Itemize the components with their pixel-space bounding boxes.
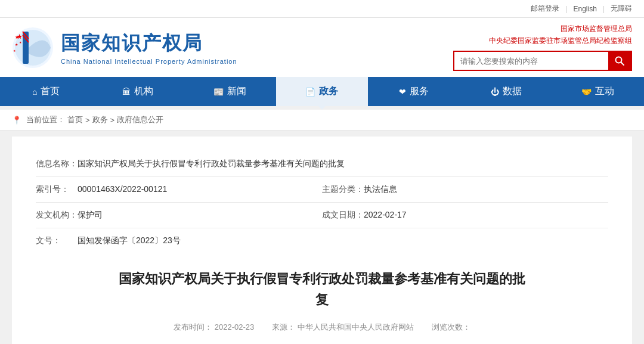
info-org-value: 保护司 <box>78 210 103 221</box>
source-label: 来源： <box>272 323 295 331</box>
info-date-label: 成文日期： <box>322 210 364 221</box>
article-title-line1: 国家知识产权局关于执行假冒专利行政处罚裁量参考基准有关问题的批 <box>36 268 608 289</box>
search-button[interactable] <box>608 52 631 70</box>
nav-label-data: 数据 <box>503 85 522 98</box>
nav-item-service[interactable]: ❤ 服务 <box>368 77 460 106</box>
breadcrumb-info-public[interactable]: 政府信息公开 <box>117 114 163 125</box>
top-bar: 邮箱登录 | English | 无障碍 <box>0 0 644 18</box>
svg-line-11 <box>621 63 624 66</box>
breadcrumb-sep2: > <box>110 116 115 125</box>
header-right: 国家市场监督管理总局 中央纪委国家监委驻市场监管总局纪检监察组 <box>249 24 632 71</box>
nav-label-home: 首页 <box>41 85 60 98</box>
svg-text:★: ★ <box>15 35 19 40</box>
info-name-row: 信息名称： 国家知识产权局关于执行假冒专利行政处罚裁量参考基准有关问题的批复 <box>36 154 608 173</box>
nav-label-gov: 政务 <box>319 85 338 98</box>
info-index-value: 00001463X/2022-00121 <box>78 184 167 194</box>
gov-link2[interactable]: 中央纪委国家监委驻市场监管总局纪检监察组 <box>489 36 632 46</box>
search-input[interactable] <box>454 53 608 69</box>
source-value: 中华人民共和国中央人民政府网站 <box>298 323 414 331</box>
info-date-col: 成文日期： 2022-02-17 <box>322 206 608 225</box>
info-divider2 <box>36 202 608 203</box>
logo-text: 国家知识产权局 China National Intellectual Prop… <box>61 30 237 65</box>
info-index-col: 索引号： 00001463X/2022-00121 <box>36 180 322 199</box>
info-name-label: 信息名称： <box>36 159 78 169</box>
info-docnum-row: 文号： 国知发保函字〔2022〕23号 <box>36 231 608 250</box>
info-docnum-col: 文号： 国知发保函字〔2022〕23号 <box>36 231 608 250</box>
info-divider1 <box>36 176 608 177</box>
divider2: | <box>603 5 605 13</box>
news-icon: 📰 <box>213 87 224 97</box>
info-topic-label: 主题分类： <box>322 184 364 195</box>
header-links: 国家市场监督管理总局 中央纪委国家监委驻市场监管总局纪检监察组 <box>489 24 632 46</box>
nav-item-org[interactable]: 🏛 机构 <box>92 77 184 106</box>
info-index-label: 索引号： <box>36 184 78 195</box>
accessibility-link[interactable]: 无障碍 <box>611 4 632 14</box>
info-name-col: 信息名称： 国家知识产权局关于执行假冒专利行政处罚裁量参考基准有关问题的批复 <box>36 154 608 173</box>
info-org-col: 发文机构： 保护司 <box>36 206 322 225</box>
nav-label-org: 机构 <box>134 85 153 98</box>
breadcrumb-home[interactable]: 首页 <box>67 114 83 125</box>
top-bar-links: 邮箱登录 | English | 无障碍 <box>531 4 632 14</box>
divider1: | <box>565 5 567 13</box>
logo-cn-name[interactable]: 国家知识产权局 <box>61 30 237 57</box>
info-topic-value: 执法信息 <box>364 184 397 195</box>
info-divider3 <box>36 228 608 228</box>
nav-label-service: 服务 <box>410 85 429 98</box>
nav-item-news[interactable]: 📰 新闻 <box>184 77 276 106</box>
views-label: 浏览次数： <box>432 323 470 331</box>
svg-text:★: ★ <box>15 43 18 47</box>
main-content: 信息名称： 国家知识产权局关于执行假冒专利行政处罚裁量参考基准有关问题的批复 索… <box>12 137 632 344</box>
gov-icon: 📄 <box>305 87 315 97</box>
pub-date-value: 2022-02-23 <box>215 323 255 331</box>
views-section: 浏览次数： <box>432 322 470 333</box>
info-index-topic-row: 索引号： 00001463X/2022-00121 主题分类： 执法信息 <box>36 180 608 199</box>
article-title-line2: 复 <box>36 289 608 310</box>
doc-info-section: 信息名称： 国家知识产权局关于执行假冒专利行政处罚裁量参考基准有关问题的批复 索… <box>36 154 608 250</box>
article-title: 国家知识产权局关于执行假冒专利行政处罚裁量参考基准有关问题的批 复 <box>36 262 608 316</box>
info-org-label: 发文机构： <box>36 210 78 221</box>
english-link[interactable]: English <box>574 5 597 13</box>
source-section: 来源： 中华人民共和国中央人民政府网站 <box>272 322 414 333</box>
nav-item-home[interactable]: ⌂ 首页 <box>0 77 92 106</box>
location-icon: 📍 <box>12 116 21 125</box>
breadcrumb: 📍 当前位置： 首页 > 政务 > 政府信息公开 <box>0 110 644 131</box>
info-org-date-row: 发文机构： 保护司 成文日期： 2022-02-17 <box>36 206 608 225</box>
main-nav: ⌂ 首页 🏛 机构 📰 新闻 📄 政务 ❤ 服务 ⏻ 数据 🤝 互动 <box>0 77 644 106</box>
info-topic-col: 主题分类： 执法信息 <box>322 180 608 199</box>
gov-link1[interactable]: 国家市场监督管理总局 <box>561 24 632 34</box>
logo-area: ★ ★ ★ ★ 国家知识产权局 China National Intellect… <box>12 27 237 69</box>
pub-date-label: 发布时间： <box>174 323 212 331</box>
nav-label-interact: 互动 <box>595 85 614 98</box>
logo-icon: ★ ★ ★ ★ <box>12 27 54 69</box>
email-login-link[interactable]: 邮箱登录 <box>531 4 559 14</box>
pub-date-section: 发布时间： 2022-02-23 <box>174 322 254 333</box>
interact-icon: 🤝 <box>581 87 592 97</box>
org-icon: 🏛 <box>122 87 131 97</box>
nav-item-interact[interactable]: 🤝 互动 <box>552 77 644 106</box>
data-icon: ⏻ <box>491 87 499 97</box>
nav-label-news: 新闻 <box>227 85 246 98</box>
breadcrumb-prefix: 当前位置： <box>26 114 65 125</box>
search-bar <box>453 51 632 71</box>
breadcrumb-gov[interactable]: 政务 <box>92 114 108 125</box>
search-icon <box>614 55 625 66</box>
info-name-value: 国家知识产权局关于执行假冒专利行政处罚裁量参考基准有关问题的批复 <box>78 159 345 169</box>
article-meta: 发布时间： 2022-02-23 来源： 中华人民共和国中央人民政府网站 浏览次… <box>36 322 608 333</box>
breadcrumb-sep1: > <box>85 116 90 125</box>
info-docnum-value: 国知发保函字〔2022〕23号 <box>78 235 181 246</box>
home-icon: ⌂ <box>32 87 37 97</box>
logo-en-name: China National Intellectual Property Adm… <box>61 58 237 65</box>
header: ★ ★ ★ ★ 国家知识产权局 China National Intellect… <box>0 18 644 77</box>
service-icon: ❤ <box>399 87 406 97</box>
info-date-value: 2022-02-17 <box>364 210 407 219</box>
nav-item-gov[interactable]: 📄 政务 <box>276 77 368 106</box>
nav-item-data[interactable]: ⏻ 数据 <box>460 77 552 106</box>
info-docnum-label: 文号： <box>36 235 78 246</box>
